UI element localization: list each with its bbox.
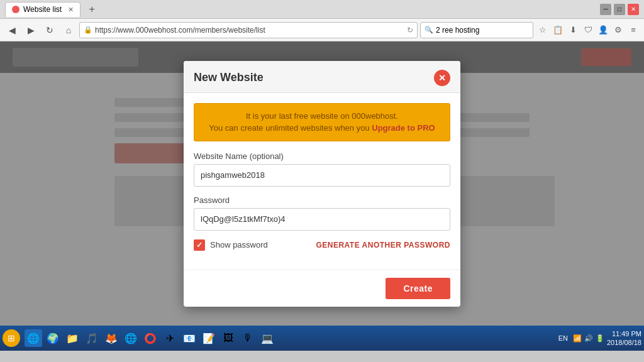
alert-banner: It is your last free website on 000webho… (194, 103, 450, 141)
show-password-label: Show password (210, 240, 268, 250)
alert-line2: You can create unlimited websites when y… (203, 122, 441, 134)
taskbar-app-pcx[interactable]: 💻 (258, 329, 276, 347)
nav-bar: ◀ ▶ ↻ ⌂ 🔒 https://www.000webhost.com/mem… (0, 19, 644, 41)
search-icon: 🔍 (425, 26, 433, 34)
language-indicator[interactable]: EN (556, 333, 570, 343)
upgrade-link[interactable]: Upgrade to PRO (372, 123, 435, 133)
tab-title: Website list (23, 5, 62, 14)
search-bar[interactable]: 🔍 2 ree hosting (420, 22, 533, 38)
menu-icon[interactable]: ≡ (626, 23, 640, 37)
tray-network-icon[interactable]: 📶 (573, 334, 582, 343)
tray-battery-icon[interactable]: 🔋 (596, 334, 604, 343)
taskbar: ⊞ 🌐 🌍 📁 🎵 🦊 🌐 ⭕ ✈ 📧 📝 🖼 🎙 💻 EN 📶 🔊 🔋 11:… (0, 326, 644, 351)
minimize-button[interactable]: ─ (600, 4, 611, 15)
address-bar[interactable]: 🔒 https://www.000webhost.com/members/web… (79, 22, 418, 38)
address-text: https://www.000webhost.com/members/websi… (95, 26, 402, 35)
taskbar-app-folder[interactable]: 📁 (64, 329, 81, 347)
new-tab-button[interactable]: + (84, 2, 99, 17)
taskbar-app-edge[interactable]: 🌍 (44, 329, 62, 347)
reading-list-icon[interactable]: 📋 (551, 23, 565, 37)
clock-date: 2018/08/18 (607, 338, 641, 347)
generate-password-link[interactable]: GENERATE ANOTHER PASSWORD (316, 241, 450, 250)
new-website-modal: New Website ✕ It is your last free websi… (184, 61, 460, 307)
create-button[interactable]: Create (386, 278, 450, 299)
page-background: New Website ✕ It is your last free websi… (0, 41, 644, 326)
alert-line1: It is your last free website on 000webho… (203, 110, 441, 123)
show-password-checkbox[interactable] (194, 239, 205, 251)
title-bar: Website list ✕ + ─ □ ✕ (0, 0, 644, 19)
tray-sound-icon[interactable]: 🔊 (584, 334, 593, 343)
modal-close-button[interactable]: ✕ (434, 70, 450, 86)
bookmark-star-icon[interactable]: ☆ (536, 23, 550, 37)
tab-favicon-icon (12, 6, 19, 13)
clock-time: 11:49 PM (607, 329, 641, 338)
maximize-button[interactable]: □ (614, 4, 625, 15)
modal-overlay: New Website ✕ It is your last free websi… (0, 41, 644, 326)
system-tray: EN 📶 🔊 🔋 11:49 PM 2018/08/18 (556, 329, 641, 348)
modal-title: New Website (194, 71, 264, 84)
password-group: Password (194, 195, 450, 231)
lock-icon: 🔒 (84, 26, 92, 34)
refresh-button[interactable]: ↻ (42, 22, 58, 38)
shield-icon[interactable]: 🛡 (581, 23, 595, 37)
close-button[interactable]: ✕ (628, 4, 639, 15)
modal-footer: Create (184, 270, 460, 307)
taskbar-app-audio[interactable]: 🎙 (239, 329, 257, 347)
show-password-row: Show password GENERATE ANOTHER PASSWORD (194, 239, 450, 251)
start-button[interactable]: ⊞ (3, 329, 20, 347)
tab-close-icon[interactable]: ✕ (68, 6, 74, 14)
website-name-input[interactable] (194, 164, 450, 187)
download-icon[interactable]: ⬇ (566, 23, 580, 37)
search-text: 2 ree hosting (436, 26, 479, 35)
taskbar-app-opera[interactable]: ⭕ (142, 329, 159, 347)
password-input[interactable] (194, 208, 450, 231)
system-clock: 11:49 PM 2018/08/18 (607, 329, 641, 348)
browser-tab[interactable]: Website list ✕ (5, 2, 80, 17)
settings-icon[interactable]: ⚙ (611, 23, 625, 37)
website-name-group: Website Name (optional) (194, 151, 450, 187)
taskbar-app-media[interactable]: 🎵 (83, 329, 101, 347)
password-label: Password (194, 195, 450, 205)
toolbar-icons: ☆ 📋 ⬇ 🛡 👤 ⚙ ≡ (536, 23, 640, 37)
taskbar-app-mail[interactable]: 📧 (180, 329, 198, 347)
home-button[interactable]: ⌂ (60, 22, 77, 38)
taskbar-app-photoshop[interactable]: 🖼 (219, 329, 237, 347)
address-refresh-icon[interactable]: ↻ (407, 26, 413, 35)
taskbar-app-ie[interactable]: 🌐 (25, 329, 42, 347)
window-controls: ─ □ ✕ (600, 4, 639, 15)
back-button[interactable]: ◀ (4, 22, 20, 38)
modal-header: New Website ✕ (184, 61, 460, 93)
taskbar-app-firefox[interactable]: 🦊 (103, 329, 120, 347)
website-name-label: Website Name (optional) (194, 151, 450, 161)
account-icon[interactable]: 👤 (596, 23, 610, 37)
taskbar-app-telegram[interactable]: ✈ (161, 329, 179, 347)
taskbar-app-chrome[interactable]: 🌐 (122, 329, 140, 347)
taskbar-app-word[interactable]: 📝 (200, 329, 218, 347)
forward-button[interactable]: ▶ (23, 22, 39, 38)
browser-window: Website list ✕ + ─ □ ✕ ◀ ▶ ↻ ⌂ 🔒 https:/… (0, 0, 644, 351)
modal-body: It is your last free website on 000webho… (184, 93, 460, 270)
